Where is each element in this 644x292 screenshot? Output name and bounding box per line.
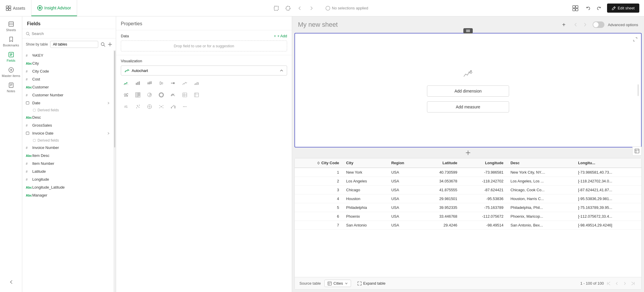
search-filter-icon[interactable] [101, 42, 105, 47]
add-measure-button[interactable]: Add measure [427, 101, 509, 113]
more-charts-btn[interactable]: ··· [179, 101, 190, 112]
field-item-longitude-latitude[interactable]: Abc Longitude_Latitude [22, 183, 113, 191]
th-city-code[interactable]: City Code [295, 158, 343, 168]
scatter-btn[interactable] [133, 101, 143, 112]
field-item-item-desc[interactable]: Abc Item Desc [22, 152, 113, 160]
redo-button[interactable] [594, 4, 604, 13]
autochart-btn[interactable] [121, 78, 131, 88]
sidebar-item-fields[interactable]: Fields [2, 49, 21, 65]
collapse-sidebar-button[interactable] [2, 277, 21, 287]
svg-line-98 [160, 107, 161, 108]
sidebar-item-sheets[interactable]: Sheets [2, 19, 21, 34]
field-item-desc[interactable]: Abc Desc [22, 113, 113, 121]
field-type-abc2: Abc [26, 85, 30, 89]
page-last-btn[interactable] [630, 280, 637, 287]
back-icon[interactable] [295, 4, 304, 13]
source-table-selector[interactable]: Cities [324, 280, 351, 287]
field-item-date[interactable]: Date [22, 99, 113, 107]
field-item-percent-key[interactable]: # %KEY [22, 51, 113, 59]
svg-rect-54 [149, 82, 150, 84]
bookmarks-icon [8, 36, 14, 42]
th-latitude[interactable]: Latitude [420, 158, 461, 168]
th-city[interactable]: City [343, 158, 388, 168]
sidebar-item-master-items[interactable]: Master items [2, 65, 21, 80]
layout-grid-icon[interactable] [571, 4, 580, 13]
waterfall-btn[interactable] [168, 101, 178, 112]
field-item-item-number[interactable]: # Item Number [22, 160, 113, 167]
field-item-customer[interactable]: Abc Customer [22, 83, 113, 91]
chart-move-handle[interactable] [463, 28, 473, 33]
add-sheet-button[interactable]: + [560, 21, 568, 29]
kpi-btn[interactable]: #1 [121, 101, 131, 112]
sidebar-item-bookmarks[interactable]: Bookmarks [2, 34, 21, 49]
field-item-latitude[interactable]: # Latitude [22, 167, 113, 175]
field-derived-invoice-date[interactable]: Derived fields [22, 137, 113, 144]
svg-rect-58 [160, 82, 161, 84]
gauge-btn[interactable] [168, 90, 178, 100]
treemap-btn[interactable] [133, 90, 143, 100]
forward-icon[interactable] [307, 4, 316, 13]
th-longitude[interactable]: Longitude [461, 158, 507, 168]
drop-field-area[interactable]: Drop field to use or for a suggestion [121, 41, 287, 51]
combo-chart-btn[interactable] [121, 90, 131, 100]
field-item-city-code[interactable]: # City Code [22, 67, 113, 75]
tab-assets[interactable]: Assets [0, 0, 31, 16]
svg-point-47 [128, 70, 129, 71]
cell-latitude: 39.952335 [420, 203, 461, 212]
cell-latitude: 40.730599 [420, 168, 461, 177]
pie-chart-btn[interactable] [144, 90, 155, 100]
line-chart-btn[interactable] [179, 78, 190, 88]
area-chart-btn[interactable] [191, 78, 202, 88]
select-tool-icon[interactable] [272, 4, 281, 13]
field-item-grosssales[interactable]: # GrossSales [22, 121, 113, 129]
page-prev-btn[interactable] [613, 280, 620, 287]
chart-type-selector[interactable]: Autochart [121, 66, 287, 75]
next-sheet-button[interactable] [581, 21, 589, 29]
field-item-invoice-number[interactable]: # Invoice Number [22, 144, 113, 152]
box-plot-btn[interactable] [156, 78, 167, 88]
network-btn[interactable] [156, 101, 167, 112]
field-item-manager[interactable]: Abc Manager [22, 191, 113, 199]
fields-scrollbar[interactable] [113, 50, 116, 292]
map-btn[interactable] [144, 101, 155, 112]
visualization-header: Visualization [116, 55, 292, 66]
field-derived-date[interactable]: Derived fields [22, 107, 113, 113]
th-longitu[interactable]: Longitu... [574, 158, 641, 168]
table-header: City Code City Region Latitude Longitude… [295, 158, 641, 168]
cell-desc: Phoenix, Maricop... [507, 212, 574, 221]
table-btn[interactable] [179, 90, 190, 100]
stacked-bar-btn[interactable] [144, 78, 155, 88]
th-desc[interactable]: Desc [507, 158, 574, 168]
field-item-cost[interactable]: # Cost [22, 75, 113, 83]
bar-chart-btn[interactable] [133, 78, 143, 88]
cell-longitu: [-98.49514,29.4246] [574, 221, 641, 230]
fields-search-input[interactable] [32, 31, 112, 36]
undo-button[interactable] [584, 4, 593, 13]
bullet-chart-btn[interactable] [168, 78, 178, 88]
add-table-icon[interactable] [108, 42, 112, 47]
expand-table-button[interactable]: Expand table [355, 280, 389, 287]
th-region[interactable]: Region [388, 158, 420, 168]
add-row-button[interactable] [292, 147, 644, 158]
lasso-tool-icon[interactable] [283, 4, 293, 13]
field-item-longitude[interactable]: # Longitude [22, 175, 113, 183]
page-next-btn[interactable] [621, 280, 628, 287]
field-item-city[interactable]: Abc City [22, 59, 113, 67]
edit-sheet-button[interactable]: Edit sheet [607, 4, 639, 13]
pivot-table-btn[interactable] [191, 90, 202, 100]
donut-chart-btn[interactable] [156, 90, 167, 100]
field-item-invoice-date[interactable]: Invoice Date [22, 129, 113, 137]
tab-insight-advisor[interactable]: Insight Advisor [31, 0, 77, 16]
cell-longitude: -75.163789 [461, 203, 507, 212]
prev-sheet-button[interactable] [572, 21, 580, 29]
add-dimension-button[interactable]: Add dimension [427, 85, 509, 97]
sidebar-item-notes[interactable]: Notes [2, 80, 21, 95]
page-first-btn[interactable] [605, 280, 612, 287]
advanced-options-toggle[interactable] [593, 21, 604, 28]
cell-desc: Houston, Harris C... [507, 194, 574, 203]
source-table-area: Source table Cities Expand table [299, 280, 388, 287]
svg-rect-70 [138, 95, 140, 97]
table-select-dropdown[interactable]: All tables [50, 41, 98, 48]
field-item-customer-number[interactable]: # Customer Number [22, 91, 113, 99]
add-field-button[interactable]: + + Add [274, 34, 287, 38]
